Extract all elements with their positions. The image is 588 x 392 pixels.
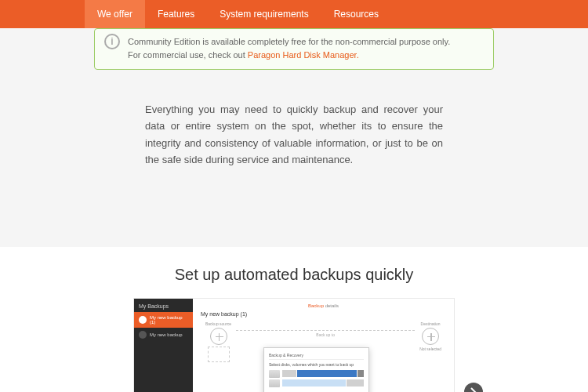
notice-line1: Community Edition is available completel… [128,35,482,49]
chevron-right-icon [470,387,477,392]
add-source-icon [210,328,227,345]
dialog-header: Backup & Recovery [269,353,364,360]
intro-text: Everything you may need to quickly backu… [145,70,443,169]
drive-row [269,370,364,378]
nav-features[interactable]: Features [145,0,207,28]
disk-icon [269,370,280,378]
nav-resources[interactable]: Resources [321,0,391,28]
sidebar-job-selected: My new backup (1) [134,312,193,328]
screenshot-sidebar: My Backups My new backup (1) My new back… [134,299,193,392]
app-screenshot: My Backups My new backup (1) My new back… [133,298,455,392]
disk-icon [269,379,280,387]
hard-disk-manager-link[interactable]: Paragon Hard Disk Manager. [248,50,359,60]
screenshot-carousel: My Backups My new backup (1) My new back… [133,298,455,392]
screenshot-main: Backup details My new backup (1) Backup … [193,299,454,392]
backup-source: Backup source [205,321,231,362]
nav-system-requirements[interactable]: System requirements [207,0,321,28]
flow-arrow: Back up to [236,330,415,337]
info-icon: i [104,34,120,49]
feature-heading: Set up automated backups quickly [0,266,588,284]
backup-destination: Destination Not selected [419,321,441,351]
dialog-text: Select disks, volumes which you want to … [269,362,364,367]
nav-we-offer[interactable]: We offer [85,0,145,28]
add-destination-icon [422,328,439,345]
top-nav: We offer Features System requirements Re… [0,0,588,28]
community-edition-notice: i Community Edition is available complet… [94,28,494,70]
carousel-next-button[interactable] [464,383,483,392]
backup-title: My new backup (1) [201,311,446,317]
screenshot-tabs: Backup details [201,303,446,308]
select-disks-dialog: Backup & Recovery Select disks, volumes … [263,347,369,392]
notice-line2: For commercial use, check out Paragon Ha… [128,49,482,62]
drive-row [269,379,364,387]
sidebar-job: My new backup [134,328,193,342]
sidebar-title: My Backups [134,299,193,312]
